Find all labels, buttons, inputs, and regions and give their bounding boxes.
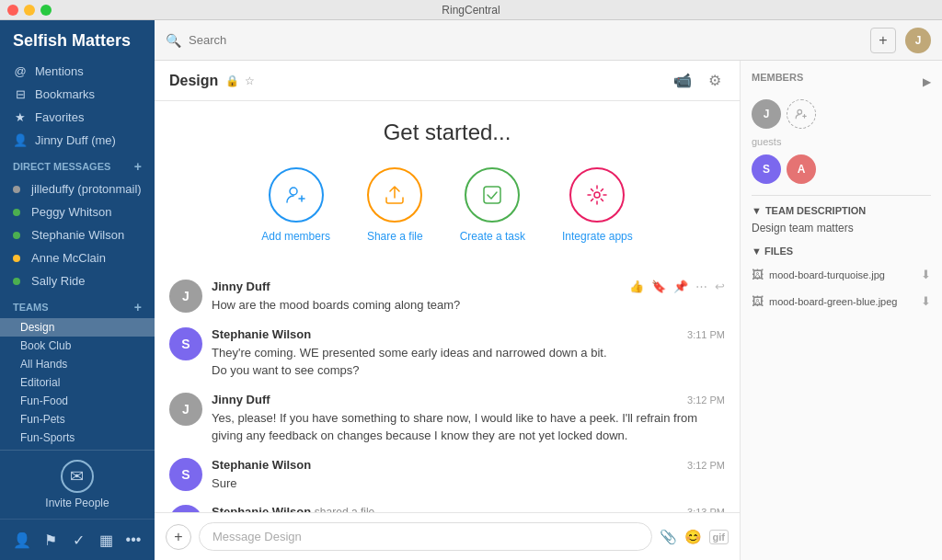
settings-button[interactable]: ⚙ xyxy=(705,68,725,93)
titlebar: RingCentral xyxy=(0,0,942,20)
add-dm-button[interactable]: + xyxy=(134,159,142,174)
shared-file-badge: shared a file xyxy=(315,506,374,512)
avatar: J xyxy=(169,393,202,426)
more-icon-button[interactable]: ••• xyxy=(125,527,142,553)
message-time: 3:12 PM xyxy=(687,394,725,406)
profile-icon-button[interactable]: 👤 xyxy=(13,527,31,553)
dm-peggy-label: Peggy Whitson xyxy=(31,205,111,219)
status-dot-yellow xyxy=(13,255,20,262)
invite-icon: ✉ xyxy=(61,460,94,493)
attach-button[interactable]: + xyxy=(166,524,191,550)
sidebar-item-peggy[interactable]: Peggy Whitson xyxy=(0,200,155,223)
search-actions: + J xyxy=(870,28,931,53)
sidebar-bottom-bar: 👤 ⚑ ✓ ▦ ••• xyxy=(0,519,155,560)
message-text: Sure xyxy=(212,474,725,493)
message-header: Jinny Duff 👍 🔖 📌 ⋯ ↩ xyxy=(212,280,725,293)
message-input-area: + 📎 😊 gif xyxy=(155,512,740,560)
emoji-icon[interactable]: 😊 xyxy=(684,529,702,545)
integrate-apps-icon xyxy=(569,167,625,223)
calendar-icon-button[interactable]: ▦ xyxy=(98,527,114,553)
download-button-1[interactable]: ⬇ xyxy=(921,268,931,281)
dm-anne-label: Anne McClain xyxy=(31,251,106,265)
add-members-action[interactable]: Add members xyxy=(261,167,330,243)
chevron-down-icon-files: ▼ xyxy=(752,246,764,257)
search-input[interactable] xyxy=(189,33,863,47)
team-all-hands[interactable]: All Hands xyxy=(0,355,155,373)
content-area: Design 🔒 ☆ 📹 ⚙ Get started... xyxy=(155,61,942,560)
message-text: They're coming. WE presented some early … xyxy=(212,344,725,380)
sidebar-item-mentions[interactable]: @ Mentions xyxy=(0,60,155,83)
pin-icon[interactable]: 📌 xyxy=(673,280,688,293)
members-row: J xyxy=(752,99,931,129)
gif-button[interactable]: gif xyxy=(709,530,729,544)
message-header: Jinny Duff 3:12 PM xyxy=(212,393,725,406)
teams-section: Teams + xyxy=(0,292,155,318)
sidebar-item-jinny[interactable]: 👤 Jinny Duff (me) xyxy=(0,129,155,152)
search-bar: 🔍 + J xyxy=(155,20,942,61)
star-channel-icon[interactable]: ☆ xyxy=(245,74,255,87)
add-button[interactable]: + xyxy=(870,28,896,53)
message-input-icons: 📎 😊 gif xyxy=(660,529,729,545)
message-input[interactable] xyxy=(199,522,652,551)
messages-area[interactable]: Get started... Add me xyxy=(155,101,740,512)
team-editorial[interactable]: Editorial xyxy=(0,373,155,392)
message-time: 3:11 PM xyxy=(687,329,725,340)
message-header: Stephanie Wilson shared a file 3:13 PM xyxy=(212,505,725,512)
tasks-icon-button[interactable]: ✓ xyxy=(70,527,86,553)
minimize-button[interactable] xyxy=(24,5,35,16)
download-button-2[interactable]: ⬇ xyxy=(921,294,931,308)
file-icon-2: 🖼 xyxy=(752,294,764,308)
attachment-icon[interactable]: 📎 xyxy=(660,529,677,545)
chevron-down-icon: ▼ xyxy=(752,205,762,216)
like-icon[interactable]: 👍 xyxy=(629,280,644,293)
integrate-apps-action[interactable]: Integrate apps xyxy=(562,167,633,243)
more-action-icon[interactable]: ⋯ xyxy=(695,280,707,293)
get-started-title: Get started... xyxy=(169,120,725,145)
panel-collapse-button[interactable]: ▶ xyxy=(923,75,931,88)
maximize-button[interactable] xyxy=(40,5,52,16)
video-call-button[interactable]: 📹 xyxy=(670,68,695,93)
window-controls[interactable] xyxy=(7,5,52,16)
bookmark-action-icon[interactable]: 🔖 xyxy=(651,280,666,293)
channel-header: Design 🔒 ☆ 📹 ⚙ xyxy=(155,61,740,101)
integrate-apps-label: Integrate apps xyxy=(562,230,633,243)
team-design[interactable]: Design xyxy=(0,318,155,337)
message-body: Stephanie Wilson 3:11 PM They're coming.… xyxy=(212,327,725,380)
add-team-button[interactable]: + xyxy=(134,300,142,314)
team-fun-sports[interactable]: Fun-Sports xyxy=(0,429,155,447)
teams-label: Teams xyxy=(13,302,49,313)
files-title: ▼ FILES xyxy=(752,246,931,257)
team-description-text: Design team matters xyxy=(752,222,931,234)
team-book-club[interactable]: Book Club xyxy=(0,337,155,355)
close-button[interactable] xyxy=(7,5,18,16)
star-icon: ★ xyxy=(13,110,28,124)
avatar: S xyxy=(169,327,202,360)
share-file-label: Share a file xyxy=(367,230,423,243)
sidebar-item-favorites[interactable]: ★ Favorites xyxy=(0,106,155,129)
share-file-action[interactable]: Share a file xyxy=(367,167,423,243)
invite-label: Invite People xyxy=(45,497,109,509)
svg-point-2 xyxy=(594,192,600,198)
team-fun-pets[interactable]: Fun-Pets xyxy=(0,410,155,429)
sidebar-item-sally[interactable]: Sally Ride xyxy=(0,269,155,292)
guest-avatar-1: S xyxy=(752,154,781,184)
bookmarks-label: Bookmarks xyxy=(35,87,95,101)
file-name-1: mood-board-turquoise.jpg xyxy=(769,269,915,280)
sidebar-item-jilleduffy[interactable]: jilleduffy (protonmail) xyxy=(0,177,155,200)
avatar: J xyxy=(169,280,202,313)
sidebar-item-bookmarks[interactable]: ⊟ Bookmarks xyxy=(0,83,155,106)
message-text: How are the mood boards coming along tea… xyxy=(212,296,725,314)
flag-icon-button[interactable]: ⚑ xyxy=(42,527,59,553)
jinny-label: Jinny Duff (me) xyxy=(35,133,116,147)
team-fun-food[interactable]: Fun-Food xyxy=(0,392,155,410)
sidebar-item-stephanie[interactable]: Stephanie Wilson xyxy=(0,223,155,246)
chat-area: Design 🔒 ☆ 📹 ⚙ Get started... xyxy=(155,61,740,560)
reply-icon[interactable]: ↩ xyxy=(715,280,725,293)
add-member-button[interactable] xyxy=(787,99,816,129)
invite-people-button[interactable]: ✉ Invite People xyxy=(45,460,109,509)
create-task-action[interactable]: Create a task xyxy=(460,167,525,243)
sidebar-item-anne[interactable]: Anne McClain xyxy=(0,246,155,269)
sidebar: Selfish Matters @ Mentions ⊟ Bookmarks ★… xyxy=(0,20,155,560)
user-avatar[interactable]: J xyxy=(905,28,931,53)
message-row: J Jinny Duff 3:12 PM Yes, please! If you… xyxy=(169,383,725,449)
